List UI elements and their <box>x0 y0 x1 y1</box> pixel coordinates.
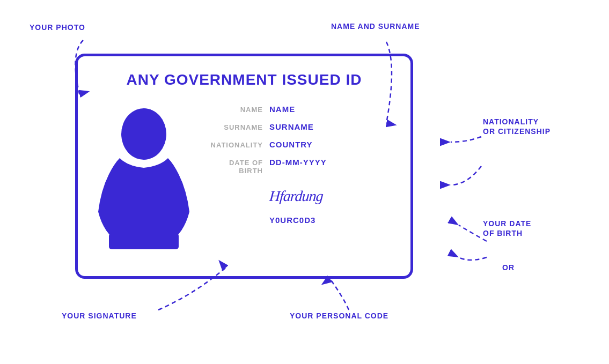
label-date-of-birth: YOUR DATE OF BIRTH <box>483 219 531 238</box>
field-value-name: NAME <box>269 105 295 114</box>
field-value-dob: DD-MM-YYYY <box>269 158 327 167</box>
label-or: OR <box>502 263 515 272</box>
signature-area: Hfardung <box>204 188 394 205</box>
field-label-surname: SURNAME <box>204 123 263 131</box>
card-body: NAME NAME SURNAME SURNAME NATIONALITY CO… <box>94 99 394 249</box>
personal-code: Y0URC0D3 <box>269 216 315 225</box>
signature: Hfardung <box>269 188 324 205</box>
card-title: ANY GOVERNMENT ISSUED ID <box>94 71 394 88</box>
field-value-surname: SURNAME <box>269 122 314 131</box>
svg-point-0 <box>121 108 166 160</box>
page-container: YOUR PHOTO NAME AND SURNAME NATIONALITY … <box>0 0 609 364</box>
person-silhouette <box>98 105 189 249</box>
photo-area <box>94 99 193 249</box>
field-row-nationality: NATIONALITY COUNTRY <box>204 140 394 149</box>
svg-rect-1 <box>109 233 179 249</box>
fields-area: NAME NAME SURNAME SURNAME NATIONALITY CO… <box>204 99 394 249</box>
field-value-nationality: COUNTRY <box>269 140 313 149</box>
id-card: ANY GOVERNMENT ISSUED ID NAME NAME <box>75 54 413 279</box>
field-label-name: NAME <box>204 106 263 114</box>
label-your-signature: YOUR SIGNATURE <box>62 311 137 321</box>
label-name-surname: NAME AND SURNAME <box>331 21 420 31</box>
field-row-name: NAME NAME <box>204 105 394 114</box>
field-row-surname: SURNAME SURNAME <box>204 122 394 131</box>
label-personal-code: YOUR PERSONAL CODE <box>290 311 388 321</box>
field-label-nationality: NATIONALITY <box>204 141 263 149</box>
personal-code-area: Y0URC0D3 <box>204 216 394 225</box>
label-your-photo: YOUR PHOTO <box>30 23 85 32</box>
field-row-dob: DATE OF BIRTH DD-MM-YYYY <box>204 158 394 175</box>
label-nationality-or-citizenship: NATIONALITY OR CITIZENSHIP <box>483 117 551 136</box>
field-label-dob: DATE OF BIRTH <box>204 159 263 175</box>
